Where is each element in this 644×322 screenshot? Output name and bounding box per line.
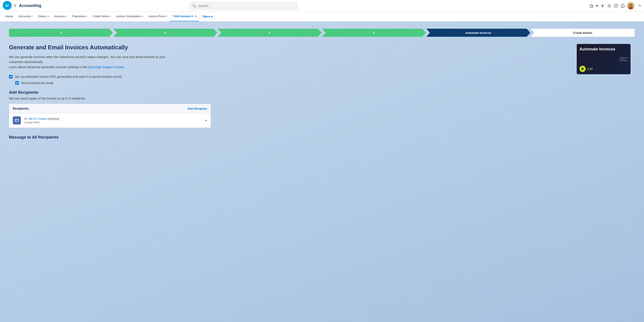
video-line-1 <box>619 57 628 58</box>
nav-more[interactable]: * More ▾ <box>199 12 215 21</box>
page-title: Generate and Email Invoices Automaticall… <box>9 44 568 51</box>
invoices-chevron: ▾ <box>66 15 67 18</box>
bill-to-contact-link[interactable]: Bill To Contact <box>29 117 47 120</box>
main-content: ✓ ✓ ✓ ✓ Automate Invoices Create Button … <box>0 22 644 322</box>
checkbox-row-email: Send invoices by email <box>15 81 568 85</box>
avatar[interactable] <box>627 2 634 10</box>
nav-item-orders[interactable]: Orders ▾ <box>35 12 52 21</box>
svg-point-5 <box>608 5 610 6</box>
page-description: We can generate invoices when the Salesf… <box>9 54 180 70</box>
step-automate[interactable]: Automate Invoices <box>426 29 530 37</box>
nav-item-invoice-schedulers[interactable]: Invoice Schedulers ▾ <box>114 12 146 21</box>
video-line-2 <box>619 59 626 60</box>
video-duration: 1:57 <box>580 66 593 72</box>
recipients-desc: We can send copies of the invoice to up … <box>9 97 568 100</box>
play-button[interactable] <box>580 66 586 72</box>
video-thumbnail[interactable]: Automate Invoices 1:57 <box>577 44 630 74</box>
checkbox-send-email[interactable] <box>15 81 19 85</box>
favorites-dropdown-icon[interactable]: ▾ <box>596 3 598 8</box>
video-title-overlay: Automate Invoices <box>580 47 628 52</box>
search-box: 🔍 <box>190 2 298 10</box>
nav-item-credit-notes[interactable]: Credit Notes ▾ <box>90 12 114 21</box>
recipient-row: To: Bill To Contact (Invoice) Lookup Fie… <box>9 113 210 128</box>
recipients-header-title: Recipients <box>13 107 29 110</box>
recipient-info: To: Bill To Contact (Invoice) Lookup Fie… <box>24 117 202 124</box>
step-1[interactable]: ✓ <box>9 29 113 37</box>
video-side-lines <box>619 57 628 61</box>
video-preview: Automate Invoices 1:57 <box>577 44 630 74</box>
svg-text:?: ? <box>615 4 617 7</box>
nav-item-edit-invoice[interactable]: * Edit Invoice ▾ ✕ <box>170 12 199 21</box>
payments-chevron: ▾ <box>86 15 87 18</box>
svg-marker-2 <box>590 4 593 8</box>
add-recipient-button[interactable]: Add Recipient <box>188 107 207 110</box>
setup-icon[interactable] <box>607 4 612 8</box>
orders-chevron: ▾ <box>48 15 49 18</box>
invoice-schedulers-chevron: ▾ <box>142 15 143 18</box>
progress-steps: ✓ ✓ ✓ ✓ Automate Invoices Create Button <box>9 29 635 37</box>
step-2[interactable]: ✓ <box>113 29 217 37</box>
search-input[interactable] <box>190 2 298 10</box>
add-icon[interactable] <box>600 4 605 8</box>
svg-text:SF: SF <box>6 4 9 8</box>
nav-item-invoices[interactable]: Invoices ▾ <box>52 12 70 21</box>
step-create[interactable]: Create Button <box>531 29 634 37</box>
invoice-runs-chevron: ▾ <box>166 15 167 18</box>
step-4[interactable]: ✓ <box>322 29 426 37</box>
checkbox-row-pdf: Set up automatic invoice PDF generation … <box>9 75 568 78</box>
video-title-text: Automate Invoices <box>580 47 628 52</box>
more-chevron: ▾ <box>211 15 213 18</box>
recipient-to: To: Bill To Contact (Invoice) <box>24 117 202 120</box>
recipients-header: Recipients Add Recipient <box>9 104 210 113</box>
step-3[interactable]: ✓ <box>218 29 322 37</box>
app-name: Accounting <box>19 3 41 8</box>
nav-item-accounts[interactable]: Accounts ▾ <box>16 12 35 21</box>
edit-invoice-chevron: ▾ <box>191 14 193 18</box>
recipient-expand-icon[interactable]: ▾ <box>206 118 207 122</box>
nav-bar: Home Accounts ▾ Orders ▾ Invoices ▾ Paym… <box>0 12 644 22</box>
search-icon: 🔍 <box>192 4 196 8</box>
checkbox-pdf-label: Set up automatic invoice PDF generation … <box>15 75 122 78</box>
nav-item-invoice-runs[interactable]: Invoice Runs ▾ <box>146 12 170 21</box>
recipient-field: Lookup Field <box>24 121 202 124</box>
favorites-icon[interactable] <box>589 4 594 8</box>
recipient-icon <box>13 116 21 124</box>
pencil-icon[interactable]: ✎ <box>638 4 641 8</box>
duration-text: 1:57 <box>587 67 593 71</box>
app-launcher-icon[interactable]: ⠿ <box>14 3 16 8</box>
message-title: Message to All Recipients <box>9 135 568 140</box>
checkbox-pdf-generation[interactable] <box>9 75 12 78</box>
checkbox-email-label: Send invoices by email <box>21 81 53 85</box>
content-right: Automate Invoices 1:57 <box>577 44 635 140</box>
svg-point-9 <box>630 4 632 6</box>
add-recipients-title: Add Recipients <box>9 90 568 95</box>
accounts-chevron: ▾ <box>32 15 32 18</box>
svg-rect-11 <box>15 119 18 122</box>
close-tab-icon[interactable]: ✕ <box>195 15 197 18</box>
credit-notes-chevron: ▾ <box>110 15 111 18</box>
top-nav-right: ▾ ? ✎ <box>589 2 641 10</box>
top-nav: SF ⠿ Accounting 🔍 ▾ ? <box>0 0 644 12</box>
salesforce-logo[interactable]: SF <box>3 1 12 10</box>
content-left: Generate and Email Invoices Automaticall… <box>9 44 568 140</box>
nav-item-payments[interactable]: Payments ▾ <box>70 12 90 21</box>
recipients-table: Recipients Add Recipient To: Bill To Con… <box>9 104 211 128</box>
video-line-3 <box>619 60 628 61</box>
docusign-support-link[interactable]: DocuSign Support Center <box>88 65 124 69</box>
content-area: Generate and Email Invoices Automaticall… <box>9 44 635 140</box>
help-icon[interactable]: ? <box>614 4 618 8</box>
nav-item-home[interactable]: Home <box>3 12 16 21</box>
notifications-icon[interactable] <box>620 4 625 8</box>
